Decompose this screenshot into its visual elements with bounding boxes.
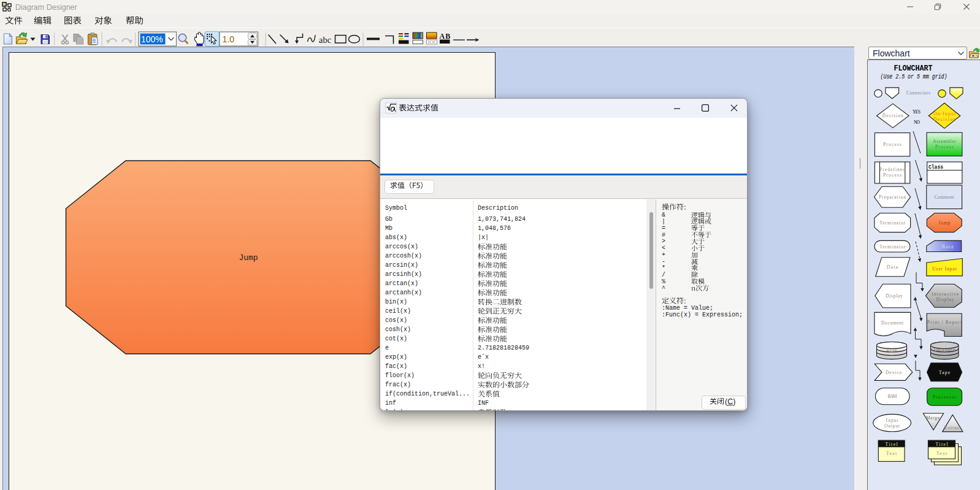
svg-text:Print / Report: Print / Report [927, 320, 962, 325]
svg-text:1.0: 1.0 [223, 34, 235, 44]
svg-text:User Input: User Input [932, 266, 957, 272]
svg-text:Display: Display [886, 293, 903, 299]
svg-text:Processor: Processor [933, 394, 957, 400]
svg-text:Process: Process [883, 142, 902, 147]
svg-text:Titel: Titel [936, 442, 948, 447]
svg-text:Process: Process [935, 144, 954, 150]
svg-text:Terminator: Terminator [879, 220, 906, 226]
svg-text:Text: Text [886, 451, 897, 456]
svg-text:Process: Process [883, 172, 902, 178]
svg-text:(Use 2.5 or 5 mm grid): (Use 2.5 or 5 mm grid) [881, 73, 947, 80]
svg-text:Document: Document [881, 320, 904, 326]
svg-text:Jump: Jump [938, 220, 950, 226]
svg-text:On-Input: On-Input [933, 111, 956, 117]
svg-text:Text: Text [936, 451, 947, 456]
svg-text:abc: abc [319, 35, 331, 45]
svg-text:Jump: Jump [239, 253, 258, 262]
svg-text:Decision: Decision [933, 117, 955, 122]
svg-text:Assembler: Assembler [933, 139, 957, 144]
svg-text:Terminator: Terminator [879, 244, 906, 250]
svg-text:Decision: Decision [882, 113, 903, 118]
svg-text:Titel: Titel [886, 442, 898, 447]
svg-text:Data: Data [887, 264, 898, 270]
svg-text:Interactive: Interactive [932, 291, 959, 297]
svg-text:Tape: Tape [939, 370, 951, 375]
svg-text:100%: 100% [141, 34, 163, 44]
svg-text:Class: Class [928, 164, 943, 170]
svg-text:Merge: Merge [926, 415, 940, 421]
svg-text:Connectors: Connectors [906, 90, 930, 96]
svg-text:Predefined: Predefined [879, 167, 905, 172]
svg-text:Disk: Disk [887, 347, 897, 353]
svg-text:RAM: RAM [888, 394, 897, 399]
svg-text:AB: AB [440, 32, 451, 40]
svg-text:Comment: Comment [935, 194, 955, 200]
svg-text:FLOWCHART: FLOWCHART [894, 64, 933, 73]
svg-text:Preparation: Preparation [879, 194, 906, 200]
svg-text:Output: Output [884, 423, 900, 429]
svg-text:Database: Database [934, 347, 955, 353]
svg-text:Input: Input [886, 418, 899, 423]
svg-text:Note: Note [942, 244, 954, 250]
svg-text:Extract: Extract [944, 425, 962, 431]
svg-text:YES: YES [913, 109, 921, 115]
svg-text:Device: Device [886, 370, 902, 375]
svg-text:NO: NO [914, 120, 920, 125]
svg-text:Display: Display [936, 297, 954, 302]
